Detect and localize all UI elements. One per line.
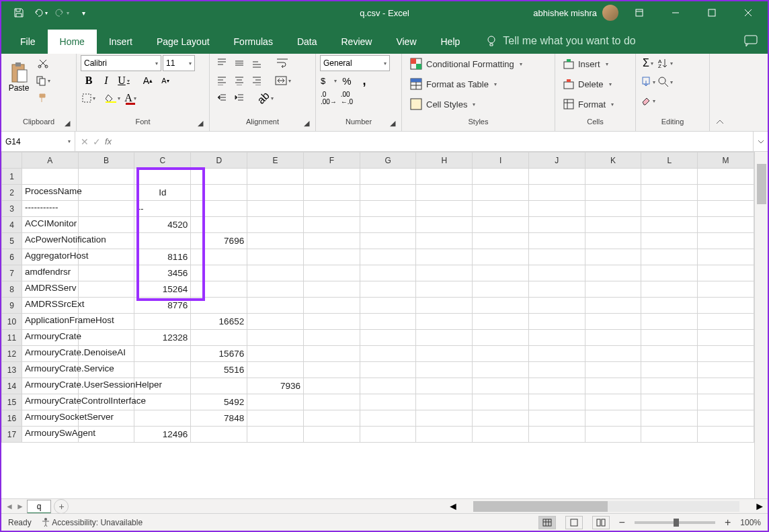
cell-J1[interactable]	[528, 169, 585, 185]
close-button[interactable]	[733, 2, 764, 24]
tab-page-layout[interactable]: Page Layout	[145, 30, 222, 54]
clear-button[interactable]: ▾	[640, 93, 656, 109]
percent-button[interactable]: %	[339, 73, 355, 89]
cell-H12[interactable]	[416, 346, 473, 362]
cell-C4[interactable]: 4520	[134, 217, 191, 233]
accounting-format-button[interactable]: $▾	[320, 73, 337, 89]
cell-K4[interactable]	[585, 217, 641, 233]
next-sheet-button[interactable]: ►	[16, 502, 24, 511]
vscroll-thumb[interactable]	[757, 164, 766, 204]
merge-center-button[interactable]: ▾	[274, 73, 292, 89]
cell-D13[interactable]: 5516	[191, 362, 247, 378]
cell-C12[interactable]	[134, 346, 191, 362]
cell-D15[interactable]: 5492	[191, 394, 247, 410]
autosum-button[interactable]: Σ▾	[640, 55, 656, 71]
cell-A15[interactable]: ArmouryCrateControlInterface	[22, 394, 78, 410]
cell-J7[interactable]	[528, 265, 585, 281]
cell-A6[interactable]: AggregatorHost	[22, 249, 78, 265]
select-all-corner[interactable]	[2, 152, 22, 169]
cell-C17[interactable]: 12496	[134, 427, 191, 443]
redo-button[interactable]: ▾	[52, 3, 71, 22]
row-header-14[interactable]: 14	[2, 378, 22, 394]
find-select-button[interactable]: ▾	[657, 74, 674, 90]
cell-G13[interactable]	[360, 362, 416, 378]
cell-E15[interactable]	[247, 394, 304, 410]
cell-K14[interactable]	[585, 378, 641, 394]
cell-G5[interactable]	[360, 233, 416, 249]
font-color-button[interactable]: A▾	[122, 90, 138, 106]
cell-E16[interactable]	[247, 410, 304, 427]
cell-H10[interactable]	[416, 314, 473, 330]
cell-D2[interactable]	[191, 185, 247, 201]
cell-I16[interactable]	[473, 410, 529, 427]
cell-K8[interactable]	[585, 281, 641, 298]
cell-M5[interactable]	[698, 233, 754, 249]
cell-M10[interactable]	[698, 314, 754, 330]
cell-B8[interactable]	[78, 281, 134, 298]
vertical-scrollbar[interactable]	[754, 152, 768, 498]
cell-M12[interactable]	[698, 346, 754, 362]
cell-H5[interactable]	[416, 233, 473, 249]
cell-C5[interactable]	[134, 233, 191, 249]
cell-M1[interactable]	[698, 169, 754, 185]
row-header-7[interactable]: 7	[2, 265, 22, 281]
row-header-11[interactable]: 11	[2, 330, 22, 346]
borders-button[interactable]: ▾	[81, 90, 97, 106]
cell-J13[interactable]	[528, 362, 585, 378]
col-header-F[interactable]: F	[303, 152, 360, 169]
fill-button[interactable]: ▾	[640, 74, 656, 90]
cell-I5[interactable]	[473, 233, 529, 249]
cell-M8[interactable]	[698, 281, 754, 298]
col-header-I[interactable]: I	[473, 152, 529, 169]
tab-insert[interactable]: Insert	[97, 30, 145, 54]
row-header-12[interactable]: 12	[2, 346, 22, 362]
cell-D12[interactable]: 15676	[191, 346, 247, 362]
cell-E4[interactable]	[247, 217, 304, 233]
cell-H11[interactable]	[416, 330, 473, 346]
cell-D4[interactable]	[191, 217, 247, 233]
cell-D14[interactable]	[191, 378, 247, 394]
font-size-combo[interactable]: 11▾	[163, 55, 195, 71]
cell-J2[interactable]	[528, 185, 585, 201]
cell-G14[interactable]	[360, 378, 416, 394]
cell-H9[interactable]	[416, 298, 473, 314]
cell-A11[interactable]: ArmouryCrate	[22, 330, 78, 346]
cell-A4[interactable]: ACCIMonitor	[22, 217, 78, 233]
accessibility-status[interactable]: Accessibility: Unavailable	[41, 517, 143, 527]
tab-data[interactable]: Data	[285, 30, 329, 54]
cell-I4[interactable]	[473, 217, 529, 233]
cell-B4[interactable]	[78, 217, 134, 233]
underline-button[interactable]: U▾	[116, 73, 132, 89]
cell-L17[interactable]	[641, 427, 698, 443]
cell-J9[interactable]	[528, 298, 585, 314]
col-header-H[interactable]: H	[416, 152, 473, 169]
alignment-launcher[interactable]: ◢	[302, 119, 311, 128]
cell-M13[interactable]	[698, 362, 754, 378]
number-format-combo[interactable]: General▾	[320, 55, 390, 71]
cell-A3[interactable]: -----------	[22, 201, 78, 217]
cell-H6[interactable]	[416, 249, 473, 265]
italic-button[interactable]: I	[98, 73, 114, 89]
tab-review[interactable]: Review	[329, 30, 384, 54]
cell-G3[interactable]	[360, 201, 416, 217]
cell-B7[interactable]	[78, 265, 134, 281]
zoom-out-button[interactable]: −	[619, 517, 625, 529]
add-sheet-button[interactable]: +	[54, 499, 69, 514]
col-header-G[interactable]: G	[360, 152, 416, 169]
sheet-tab-q[interactable]: q	[27, 500, 52, 514]
cell-H8[interactable]	[416, 281, 473, 298]
cell-C7[interactable]: 3456	[134, 265, 191, 281]
grid-wrap[interactable]: ABCDEFGHIJKLM12ProcessNameId3-----------…	[1, 152, 754, 498]
cell-D5[interactable]: 7696	[191, 233, 247, 249]
cell-M3[interactable]	[698, 201, 754, 217]
cell-C6[interactable]: 8116	[134, 249, 191, 265]
col-header-J[interactable]: J	[528, 152, 585, 169]
conditional-formatting-button[interactable]: Conditional Formatting▾	[406, 55, 526, 73]
cell-E2[interactable]	[247, 185, 304, 201]
row-header-5[interactable]: 5	[2, 233, 22, 249]
copy-button[interactable]: ▾	[35, 73, 51, 89]
cell-C8[interactable]: 15264	[134, 281, 191, 298]
cell-D8[interactable]	[191, 281, 247, 298]
cell-L15[interactable]	[641, 394, 698, 410]
wrap-text-button[interactable]	[274, 55, 290, 71]
